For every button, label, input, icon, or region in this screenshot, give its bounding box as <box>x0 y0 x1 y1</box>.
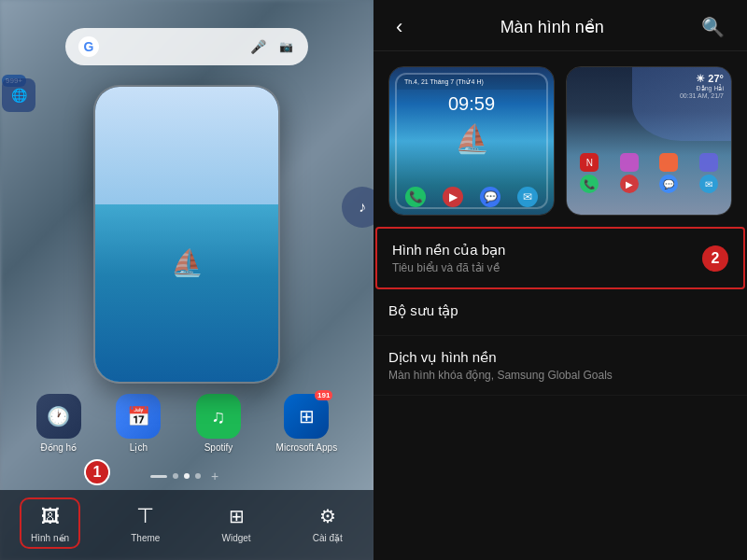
service-sub: Màn hình khóa động, Samsung Global Goals <box>388 369 732 382</box>
calendar-icon: 📅 <box>116 394 161 439</box>
apps-area: 🕐 Đồng hồ 📅 Lịch ♫ Spotify ⊞ 191 Microso… <box>0 394 374 462</box>
phone-ocean <box>95 204 278 382</box>
sailboat-icon: ⛵ <box>171 247 204 278</box>
search-button[interactable]: 🔍 <box>694 14 732 40</box>
app-item-spotify[interactable]: ♫ Spotify <box>196 394 241 453</box>
indicator-dot-1 <box>173 473 178 479</box>
wp-time: 09:59 <box>397 93 546 115</box>
menu-item-wallpaper-service[interactable]: Dịch vụ hình nền Màn hình khóa động, Sam… <box>374 336 747 396</box>
wp-status-bar: Th.4, 21 Tháng 7 (Thứ 4 H) <box>397 75 546 90</box>
app-item-ms[interactable]: ⊞ 191 Microsoft Apps <box>276 394 338 453</box>
indicator-dot-3 <box>195 473 201 479</box>
nav-label-theme: Theme <box>131 533 160 543</box>
wp-youtube-icon: ▶ <box>443 187 463 207</box>
chat-app-icon: ✉ <box>699 175 718 193</box>
wp-time-small: 00:31 AM, 21/7 <box>680 92 724 99</box>
music-widget: ♪ <box>342 187 374 228</box>
wp-right-bg: ☀ 27° Đặng Hải 00:31 AM, 21/7 N 📞 <box>567 67 731 215</box>
nav-item-settings[interactable]: ⚙ Cài đặt <box>302 497 354 549</box>
left-panel: 999+ 🌐 G 🎤 📷 ⛵ ♪ <box>0 0 374 560</box>
my-wallpaper-title: Hình nền của bạn <box>392 242 693 259</box>
nav-label-wallpaper: Hình nền <box>31 533 69 543</box>
clock-label: Đồng hồ <box>40 442 77 453</box>
app-dot-4 <box>699 153 718 172</box>
app-dot-2 <box>620 153 639 172</box>
right-header: ‹ Màn hình nền 🔍 <box>374 0 747 51</box>
wp-left-bg: Th.4, 21 Tháng 7 (Thứ 4 H) 09:59 ⛵ 📞 ▶ 💬… <box>389 67 554 215</box>
clock-icon: 🕐 <box>36 394 81 439</box>
left-content: G 🎤 📷 ⛵ ♪ 🕐 Đồng hồ <box>0 0 374 560</box>
lens-icon[interactable]: 📷 <box>276 37 295 56</box>
phone-area: ⛵ ♪ <box>0 75 374 394</box>
menu-section: Hình nền của bạn Tiêu biểu và đã tải về … <box>374 227 747 560</box>
nav-label-settings: Cài đặt <box>313 533 343 543</box>
settings-nav-icon: ⚙ <box>315 503 341 529</box>
step1-badge: 1 <box>84 459 110 485</box>
wp-right-apps: N 📞 ▶ 💬 ✉ <box>567 153 731 196</box>
nav-label-widget: Widget <box>222 533 251 543</box>
menu-item-collection[interactable]: Bộ sưu tập <box>374 289 747 336</box>
page-indicators: + <box>0 462 374 490</box>
phone-mockup: ⛵ <box>93 85 280 384</box>
calendar-label: Lịch <box>130 442 148 453</box>
wp-app-row-1: N <box>571 153 727 172</box>
nav-item-widget[interactable]: ⊞ Widget <box>211 497 262 549</box>
collection-title: Bộ sưu tập <box>388 302 732 319</box>
menu-item-my-wallpaper[interactable]: Hình nền của bạn Tiêu biểu và đã tải về … <box>375 227 745 289</box>
spotify-label: Spotify <box>204 442 233 453</box>
my-wallpaper-sub: Tiêu biểu và đã tải về <box>392 261 693 274</box>
indicator-dot-2 <box>184 473 190 479</box>
wallpaper-preview-left[interactable]: Th.4, 21 Tháng 7 (Thứ 4 H) 09:59 ⛵ 📞 ▶ 💬… <box>388 66 555 216</box>
google-logo: G <box>78 36 99 57</box>
bottom-nav: 🖼 Hình nền ⊤ Theme ⊞ Widget ⚙ Cài đặt <box>0 490 374 560</box>
phone-app-icon: 📞 <box>580 175 599 193</box>
add-page-icon[interactable]: + <box>206 468 223 484</box>
search-area: G 🎤 📷 <box>0 0 374 75</box>
app-item-calendar[interactable]: 📅 Lịch <box>116 394 161 453</box>
theme-nav-icon: ⊤ <box>133 503 159 529</box>
spotify-icon: ♫ <box>196 394 241 439</box>
wp-sailboat-icon: ⛵ <box>397 122 546 155</box>
phone-inner: ⛵ <box>95 87 278 382</box>
wp-chat-icon: ✉ <box>517 187 538 207</box>
mic-icon[interactable]: 🎤 <box>248 37 267 56</box>
indicator-line <box>150 475 167 478</box>
wp-date-text: Th.4, 21 Tháng 7 (Thứ 4 H) <box>404 78 484 86</box>
wp-msg-icon: 💬 <box>480 187 500 207</box>
wallpaper-preview-right[interactable]: ☀ 27° Đặng Hải 00:31 AM, 21/7 N 📞 <box>566 66 732 216</box>
wallpaper-nav-icon: 🖼 <box>37 503 63 529</box>
ms-icon: ⊞ 191 <box>284 394 329 439</box>
ms-label: Microsoft Apps <box>276 442 338 453</box>
wp-bottom-icons: 📞 ▶ 💬 ✉ <box>389 187 554 207</box>
ms-badge: 191 <box>315 390 332 400</box>
widget-nav-icon: ⊞ <box>223 503 249 529</box>
search-bar[interactable]: G 🎤 📷 <box>65 28 308 65</box>
app-dot-3 <box>659 153 678 172</box>
wallpaper-previews: Th.4, 21 Tháng 7 (Thứ 4 H) 09:59 ⛵ 📞 ▶ 💬… <box>374 51 747 227</box>
page-title: Màn hình nền <box>500 17 604 37</box>
step2-badge: 2 <box>702 245 728 272</box>
msg-app-icon: 💬 <box>659 175 678 193</box>
nav-item-theme[interactable]: ⊤ Theme <box>120 497 171 549</box>
nav-items: 🖼 Hình nền ⊤ Theme ⊞ Widget ⚙ Cài đặt <box>0 497 374 549</box>
step2-container: Hình nền của bạn Tiêu biểu và đã tải về … <box>392 242 728 274</box>
netflix-icon: N <box>580 153 599 172</box>
nav-item-wallpaper[interactable]: 🖼 Hình nền <box>20 497 80 549</box>
service-title: Dịch vụ hình nền <box>388 349 732 366</box>
temp-icon: ☀ <box>696 73 708 84</box>
yt-app-icon: ▶ <box>620 175 639 193</box>
back-button[interactable]: ‹ <box>388 13 410 41</box>
right-panel: ‹ Màn hình nền 🔍 Th.4, 21 Tháng 7 (Thứ 4… <box>374 0 747 560</box>
wp-temperature: ☀ 27° <box>680 73 724 85</box>
wp-right-status: ☀ 27° Đặng Hải 00:31 AM, 21/7 <box>680 73 724 99</box>
menu-item-text-1: Hình nền của bạn Tiêu biểu và đã tải về <box>392 242 693 274</box>
app-item-clock[interactable]: 🕐 Đồng hồ <box>36 394 81 453</box>
wp-app-row-2: 📞 ▶ 💬 ✉ <box>571 175 727 193</box>
wp-phone-icon: 📞 <box>405 187 426 207</box>
wp-city: Đặng Hải <box>680 85 724 92</box>
